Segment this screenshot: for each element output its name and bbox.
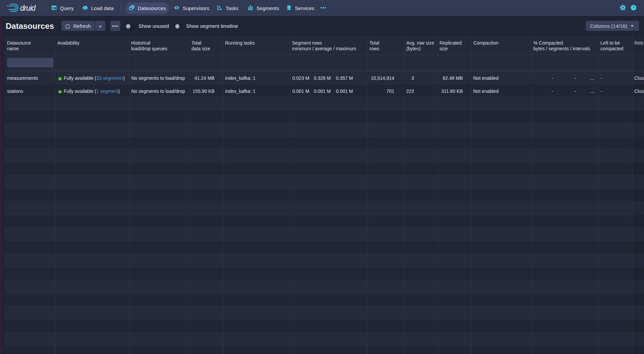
- svg-text:?: ?: [632, 6, 635, 10]
